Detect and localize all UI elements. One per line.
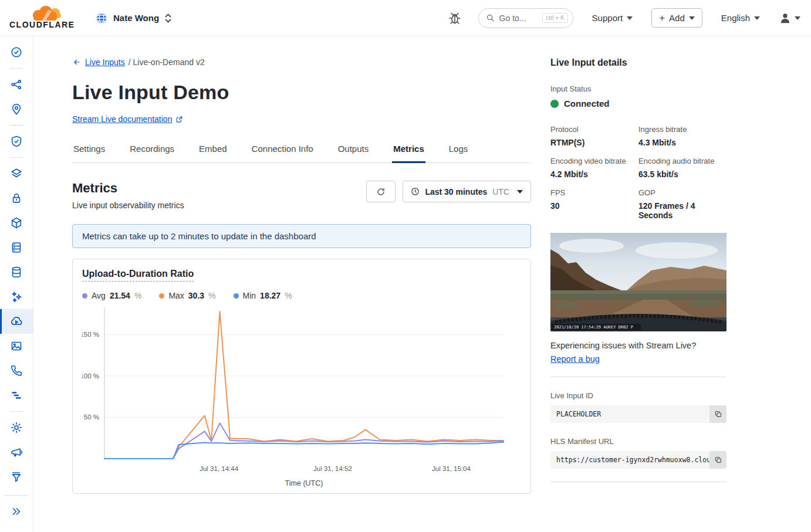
breadcrumb-current: / Live-on-Demand v2 bbox=[129, 57, 205, 67]
search-shortcut-badge: ctrl + K bbox=[542, 13, 567, 23]
sidebar-item-lock[interactable] bbox=[0, 186, 33, 211]
stream-cloud-play-icon bbox=[10, 315, 23, 328]
issues-text: Experiencing issues with Stream Live? bbox=[550, 341, 726, 350]
sidebar-item-gear[interactable] bbox=[0, 415, 33, 440]
legend-item-max: Max 30.3 % bbox=[159, 291, 215, 300]
server-icon bbox=[10, 241, 23, 254]
report-bug-button[interactable] bbox=[447, 9, 463, 27]
cube-icon bbox=[10, 216, 23, 229]
tab-settings[interactable]: Settings bbox=[72, 138, 106, 163]
sidebar-item-server[interactable] bbox=[0, 235, 33, 260]
cloudflare-logo[interactable]: CLOUDFLARE bbox=[9, 4, 75, 32]
min-legend-dot bbox=[234, 293, 239, 299]
top-header: CLOUDFLARE Nate Wong Go bbox=[0, 0, 811, 36]
chevron-down-icon bbox=[517, 190, 523, 194]
support-menu[interactable]: Support bbox=[589, 12, 637, 23]
tasks-icon bbox=[10, 389, 23, 402]
sparkles-icon bbox=[10, 290, 23, 303]
sidebar-item-megaphone[interactable] bbox=[0, 440, 33, 465]
expand-chevrons-icon bbox=[10, 505, 23, 518]
tab-connection-info[interactable]: Connection Info bbox=[251, 138, 315, 163]
live-input-id-value: PLACEHOLDER bbox=[550, 405, 709, 423]
hls-manifest-value: https://customer-igynxd2rwhmuoxw8.cloudf bbox=[550, 451, 709, 469]
breadcrumb: Live Inputs / Live-on-Demand v2 bbox=[72, 57, 531, 67]
sidebar bbox=[0, 36, 33, 532]
upload-ratio-chart: 50 %100 %150 %Jul 31, 14:44Jul 31, 14:52… bbox=[82, 306, 521, 489]
support-label: Support bbox=[592, 13, 623, 23]
tab-metrics[interactable]: Metrics bbox=[392, 138, 425, 163]
chevron-up-down-icon bbox=[164, 12, 172, 24]
detail-audio-bitrate: Encoding audio bitrate63.5 kbit/s bbox=[638, 157, 726, 179]
details-title: Live Input details bbox=[550, 57, 726, 68]
lock-icon bbox=[10, 192, 23, 205]
user-menu[interactable] bbox=[779, 12, 800, 25]
sidebar-item-images[interactable] bbox=[0, 334, 33, 358]
copy-live-input-id-button[interactable] bbox=[709, 405, 726, 423]
add-button[interactable]: + Add bbox=[651, 8, 702, 28]
sidebar-item-database[interactable] bbox=[0, 260, 33, 284]
sidebar-item-funnel[interactable] bbox=[0, 465, 33, 489]
global-search-input[interactable]: Go to... ctrl + K bbox=[478, 8, 573, 28]
sidebar-item-tasks[interactable] bbox=[0, 383, 33, 408]
refresh-button[interactable] bbox=[366, 181, 396, 202]
video-timestamp: 2021/10/20 17:54:29 AUKEY DR02 P bbox=[554, 325, 633, 330]
clock-icon bbox=[411, 187, 420, 196]
megaphone-icon bbox=[10, 446, 23, 459]
refresh-icon bbox=[376, 187, 386, 196]
search-icon bbox=[486, 13, 495, 22]
chevron-down-icon bbox=[795, 16, 800, 20]
header-actions: Go to... ctrl + K Support + Add English bbox=[447, 8, 800, 28]
sidebar-item-phone[interactable] bbox=[0, 358, 33, 383]
sidebar-item-layers[interactable] bbox=[0, 161, 33, 186]
tab-bar: Settings Recordings Embed Connection Inf… bbox=[72, 138, 531, 163]
sidebar-item-stream-cloud-play[interactable] bbox=[0, 309, 33, 334]
account-selector[interactable]: Nate Wong bbox=[95, 12, 172, 25]
metrics-info-banner: Metrics can take up to 2 minutes to upda… bbox=[72, 224, 531, 248]
status-value: Connected bbox=[564, 99, 610, 109]
tab-outputs[interactable]: Outputs bbox=[337, 138, 370, 163]
detail-protocol: ProtocolRTMP(S) bbox=[550, 125, 638, 147]
sidebar-item-location-pin[interactable] bbox=[0, 97, 33, 121]
svg-text:150 %: 150 % bbox=[82, 331, 99, 338]
funnel-icon bbox=[10, 470, 23, 483]
sidebar-item-shield[interactable] bbox=[0, 129, 33, 154]
database-icon bbox=[10, 266, 23, 279]
copy-hls-manifest-button[interactable] bbox=[709, 451, 726, 469]
tab-logs[interactable]: Logs bbox=[448, 138, 469, 163]
sidebar-item-clock-check[interactable] bbox=[0, 40, 33, 65]
tab-embed[interactable]: Embed bbox=[198, 138, 228, 163]
breadcrumb-back-link[interactable]: Live Inputs bbox=[85, 57, 125, 67]
detail-ingress-bitrate: Ingress bitrate4.3 Mbit/s bbox=[638, 125, 726, 147]
page-title: Live Input Demo bbox=[72, 81, 531, 104]
sidebar-item-expand-chevrons[interactable] bbox=[0, 499, 33, 524]
live-input-details-panel: Live Input details Input Status Connecte… bbox=[550, 36, 726, 532]
sidebar-item-cube[interactable] bbox=[0, 211, 33, 235]
bug-icon bbox=[448, 11, 462, 26]
details-grid: ProtocolRTMP(S) Ingress bitrate4.3 Mbit/… bbox=[550, 125, 726, 220]
report-bug-link[interactable]: Report a bug bbox=[550, 354, 600, 364]
doc-link-row: Stream Live documentation bbox=[72, 114, 183, 124]
live-input-id-block: Live Input ID PLACEHOLDER bbox=[550, 391, 726, 423]
legend-item-min: Min 18.27 % bbox=[234, 291, 292, 300]
sidebar-divider bbox=[10, 157, 23, 158]
rail-divider bbox=[550, 377, 726, 377]
copy-icon bbox=[714, 410, 722, 418]
video-preview: 2021/10/20 17:54:29 AUKEY DR02 P bbox=[550, 233, 726, 331]
clock-check-icon bbox=[10, 46, 23, 59]
svg-text:Jul 31, 14:52: Jul 31, 14:52 bbox=[313, 465, 352, 472]
plus-icon: + bbox=[659, 13, 665, 23]
chart-legend: Avg 21.54 % Max 30.3 % Min 18.27 % bbox=[82, 291, 521, 300]
chevron-down-icon bbox=[689, 16, 695, 20]
tab-recordings[interactable]: Recordings bbox=[129, 138, 175, 163]
detail-fps: FPS30 bbox=[550, 188, 638, 220]
language-menu[interactable]: English bbox=[718, 12, 763, 23]
time-range-label: Last 30 minutes bbox=[425, 187, 487, 196]
sidebar-item-sparkles[interactable] bbox=[0, 284, 33, 309]
stream-docs-link[interactable]: Stream Live documentation bbox=[72, 114, 172, 124]
svg-text:Jul 31, 14:44: Jul 31, 14:44 bbox=[200, 465, 238, 472]
sidebar-item-network[interactable] bbox=[0, 72, 33, 97]
time-range-dropdown[interactable]: Last 30 minutes UTC bbox=[403, 181, 531, 202]
rail-divider bbox=[550, 482, 726, 482]
account-name: Nate Wong bbox=[113, 13, 159, 23]
hls-manifest-block: HLS Manifest URL https://customer-igynxd… bbox=[550, 437, 726, 469]
